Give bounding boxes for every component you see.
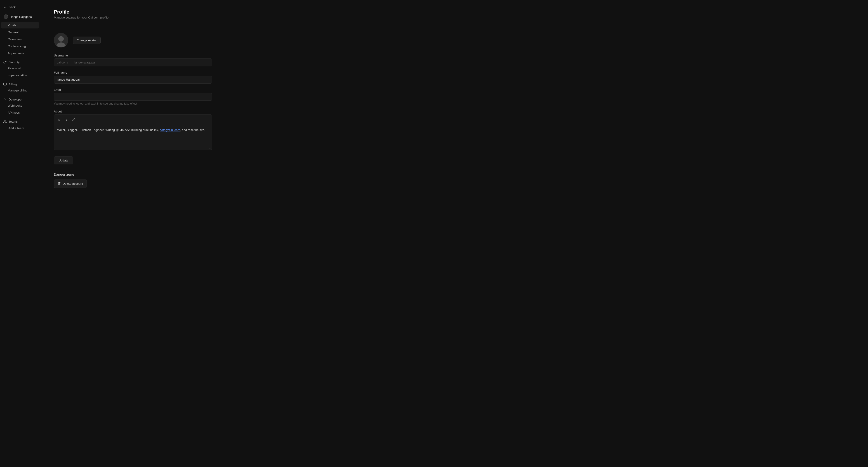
back-label: Back [8,5,16,9]
sidebar-item-password[interactable]: Password [1,65,39,72]
sidebar-item-general[interactable]: General [1,29,39,35]
sidebar-section-security[interactable]: Security [0,58,40,65]
sidebar-item-appearance[interactable]: Appearance [1,50,39,57]
link-button[interactable] [71,116,77,123]
italic-button[interactable]: I [64,116,70,123]
billing-label: Billing [8,82,17,86]
sidebar-item-profile[interactable]: Profile [1,22,39,29]
page-subtitle: Manage settings for your Cal.com profile [54,16,855,19]
sidebar-item-impersonation[interactable]: Impersonation [1,72,39,78]
about-link[interactable]: catalyst-ui.com [160,128,180,132]
page-title: Profile [54,9,855,15]
link-icon [72,118,75,121]
about-text-before: Maker, Blogger. Fullstack Engineer. Writ… [57,128,160,132]
avatar [54,33,68,47]
about-label: About [54,110,855,113]
sidebar-section-developer[interactable]: Developer [0,95,40,102]
editor-content[interactable]: Maker, Blogger. Fullstack Engineer. Writ… [54,125,212,145]
username-prefix: cal.com/ [54,59,71,66]
avatar-section: Change Avatar [54,33,855,47]
change-avatar-button[interactable]: Change Avatar [73,37,101,44]
sidebar-section-teams[interactable]: Teams [0,118,40,124]
key-icon [3,60,7,64]
add-team-button[interactable]: + Add a team [1,125,39,132]
fullname-input[interactable] [54,76,212,84]
username-input[interactable] [71,59,212,66]
username-form-group: Username cal.com/ [54,54,855,66]
email-form-group: Email You may need to log out and back i… [54,88,855,105]
bold-button[interactable]: B [56,116,63,123]
main-content: Profile Manage settings for your Cal.com… [40,0,868,467]
chevron-right-icon [3,98,7,101]
editor-resize-handle: ⌞ [54,145,212,150]
users-icon [3,120,7,123]
danger-zone-title: Danger zone [54,172,855,176]
email-label: Email [54,88,855,92]
title-divider [54,26,855,26]
delete-account-button[interactable]: Delete account [54,179,87,188]
developer-label: Developer [8,98,23,101]
sidebar-item-conferencing[interactable]: Conferencing [1,43,39,49]
trash-icon [58,182,61,186]
svg-point-4 [58,36,64,41]
fullname-label: Full name [54,71,855,74]
resize-icon: ⌞ [209,146,211,149]
svg-point-2 [4,120,5,122]
fullname-form-group: Full name [54,71,855,84]
svg-rect-0 [4,83,6,85]
sidebar-item-api-keys[interactable]: API keys [1,109,39,116]
sidebar-item-webhooks[interactable]: Webhooks [1,102,39,109]
username-input-wrapper: cal.com/ [54,59,212,66]
update-button[interactable]: Update [54,157,73,164]
back-arrow-icon: ← [4,5,7,9]
email-input[interactable] [54,93,212,101]
avatar-placeholder-svg [54,33,68,47]
delete-account-label: Delete account [63,182,83,186]
about-editor: B I Maker, Blogger. Fullstack Engineer. … [54,114,212,150]
back-button[interactable]: ← Back [0,4,40,11]
username-label: Username [54,54,855,57]
editor-toolbar: B I [54,115,212,125]
sidebar-item-calendars[interactable]: Calendars [1,36,39,42]
about-text-after: , and rescribe.site. [180,128,205,132]
sidebar: ← Back Ilango Rajagopal Profile General … [0,0,40,467]
sidebar-section-billing[interactable]: Billing [0,80,40,87]
security-label: Security [8,61,20,64]
user-avatar-small [4,14,8,19]
plus-icon: + [5,126,7,130]
card-icon [3,82,7,86]
sidebar-item-manage-billing[interactable]: Manage billing [1,87,39,94]
email-hint: You may need to log out and back in to s… [54,102,855,105]
sidebar-user-name: Ilango Rajagopal [10,15,33,19]
sidebar-user: Ilango Rajagopal [0,13,40,21]
about-form-group: About B I Maker, Blogger. Fullstack Engi… [54,110,855,150]
teams-label: Teams [8,120,18,123]
